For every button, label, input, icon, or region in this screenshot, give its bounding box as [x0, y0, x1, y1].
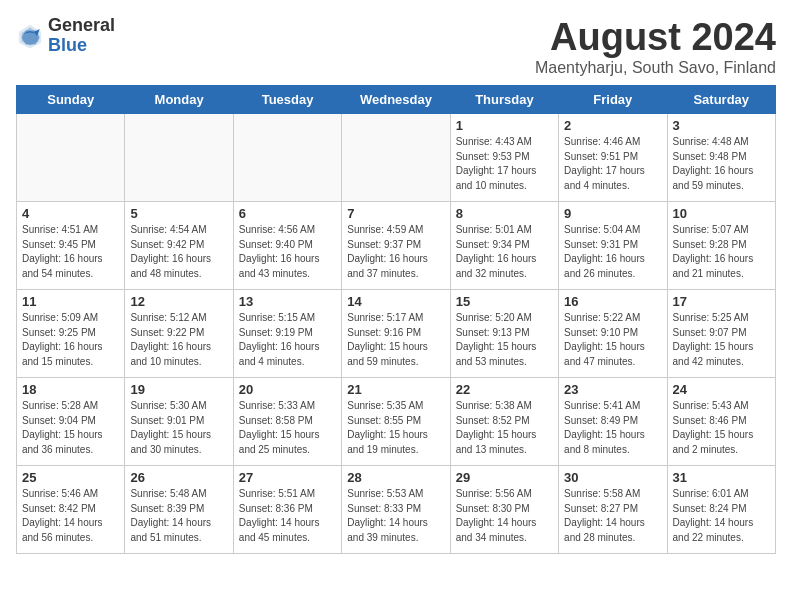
calendar-table: SundayMondayTuesdayWednesdayThursdayFrid…: [16, 85, 776, 554]
day-number: 15: [456, 294, 553, 309]
day-info: Sunrise: 5:51 AM Sunset: 8:36 PM Dayligh…: [239, 487, 336, 545]
day-cell: 30Sunrise: 5:58 AM Sunset: 8:27 PM Dayli…: [559, 466, 667, 554]
day-cell: 31Sunrise: 6:01 AM Sunset: 8:24 PM Dayli…: [667, 466, 775, 554]
day-info: Sunrise: 5:07 AM Sunset: 9:28 PM Dayligh…: [673, 223, 770, 281]
day-cell: [233, 114, 341, 202]
day-number: 23: [564, 382, 661, 397]
day-number: 11: [22, 294, 119, 309]
day-cell: 28Sunrise: 5:53 AM Sunset: 8:33 PM Dayli…: [342, 466, 450, 554]
day-cell: 15Sunrise: 5:20 AM Sunset: 9:13 PM Dayli…: [450, 290, 558, 378]
day-cell: 6Sunrise: 4:56 AM Sunset: 9:40 PM Daylig…: [233, 202, 341, 290]
day-number: 25: [22, 470, 119, 485]
day-cell: 4Sunrise: 4:51 AM Sunset: 9:45 PM Daylig…: [17, 202, 125, 290]
day-number: 10: [673, 206, 770, 221]
day-number: 12: [130, 294, 227, 309]
day-number: 17: [673, 294, 770, 309]
day-info: Sunrise: 5:33 AM Sunset: 8:58 PM Dayligh…: [239, 399, 336, 457]
day-number: 4: [22, 206, 119, 221]
day-info: Sunrise: 4:59 AM Sunset: 9:37 PM Dayligh…: [347, 223, 444, 281]
day-info: Sunrise: 4:48 AM Sunset: 9:48 PM Dayligh…: [673, 135, 770, 193]
logo-general: General: [48, 16, 115, 36]
day-cell: [125, 114, 233, 202]
day-number: 19: [130, 382, 227, 397]
day-cell: 23Sunrise: 5:41 AM Sunset: 8:49 PM Dayli…: [559, 378, 667, 466]
day-number: 14: [347, 294, 444, 309]
day-cell: 7Sunrise: 4:59 AM Sunset: 9:37 PM Daylig…: [342, 202, 450, 290]
day-cell: 3Sunrise: 4:48 AM Sunset: 9:48 PM Daylig…: [667, 114, 775, 202]
day-info: Sunrise: 5:28 AM Sunset: 9:04 PM Dayligh…: [22, 399, 119, 457]
day-cell: 9Sunrise: 5:04 AM Sunset: 9:31 PM Daylig…: [559, 202, 667, 290]
day-number: 16: [564, 294, 661, 309]
day-cell: 20Sunrise: 5:33 AM Sunset: 8:58 PM Dayli…: [233, 378, 341, 466]
day-cell: 10Sunrise: 5:07 AM Sunset: 9:28 PM Dayli…: [667, 202, 775, 290]
day-number: 24: [673, 382, 770, 397]
day-cell: 8Sunrise: 5:01 AM Sunset: 9:34 PM Daylig…: [450, 202, 558, 290]
day-cell: 11Sunrise: 5:09 AM Sunset: 9:25 PM Dayli…: [17, 290, 125, 378]
calendar-subtitle: Maentyharju, South Savo, Finland: [535, 59, 776, 77]
col-header-tuesday: Tuesday: [233, 86, 341, 114]
col-header-monday: Monday: [125, 86, 233, 114]
header-row: SundayMondayTuesdayWednesdayThursdayFrid…: [17, 86, 776, 114]
day-info: Sunrise: 5:17 AM Sunset: 9:16 PM Dayligh…: [347, 311, 444, 369]
day-info: Sunrise: 5:20 AM Sunset: 9:13 PM Dayligh…: [456, 311, 553, 369]
day-info: Sunrise: 5:56 AM Sunset: 8:30 PM Dayligh…: [456, 487, 553, 545]
day-cell: [342, 114, 450, 202]
day-cell: 27Sunrise: 5:51 AM Sunset: 8:36 PM Dayli…: [233, 466, 341, 554]
day-info: Sunrise: 5:15 AM Sunset: 9:19 PM Dayligh…: [239, 311, 336, 369]
day-info: Sunrise: 5:30 AM Sunset: 9:01 PM Dayligh…: [130, 399, 227, 457]
day-info: Sunrise: 4:51 AM Sunset: 9:45 PM Dayligh…: [22, 223, 119, 281]
day-cell: 16Sunrise: 5:22 AM Sunset: 9:10 PM Dayli…: [559, 290, 667, 378]
day-number: 28: [347, 470, 444, 485]
day-cell: 19Sunrise: 5:30 AM Sunset: 9:01 PM Dayli…: [125, 378, 233, 466]
day-cell: 24Sunrise: 5:43 AM Sunset: 8:46 PM Dayli…: [667, 378, 775, 466]
day-info: Sunrise: 5:12 AM Sunset: 9:22 PM Dayligh…: [130, 311, 227, 369]
day-number: 26: [130, 470, 227, 485]
day-cell: 29Sunrise: 5:56 AM Sunset: 8:30 PM Dayli…: [450, 466, 558, 554]
day-number: 6: [239, 206, 336, 221]
day-info: Sunrise: 5:04 AM Sunset: 9:31 PM Dayligh…: [564, 223, 661, 281]
day-number: 13: [239, 294, 336, 309]
col-header-saturday: Saturday: [667, 86, 775, 114]
day-number: 3: [673, 118, 770, 133]
day-info: Sunrise: 5:41 AM Sunset: 8:49 PM Dayligh…: [564, 399, 661, 457]
col-header-sunday: Sunday: [17, 86, 125, 114]
day-number: 31: [673, 470, 770, 485]
calendar-title: August 2024: [535, 16, 776, 59]
day-number: 18: [22, 382, 119, 397]
day-info: Sunrise: 5:22 AM Sunset: 9:10 PM Dayligh…: [564, 311, 661, 369]
day-number: 20: [239, 382, 336, 397]
day-info: Sunrise: 5:46 AM Sunset: 8:42 PM Dayligh…: [22, 487, 119, 545]
day-cell: [17, 114, 125, 202]
day-cell: 14Sunrise: 5:17 AM Sunset: 9:16 PM Dayli…: [342, 290, 450, 378]
day-cell: 2Sunrise: 4:46 AM Sunset: 9:51 PM Daylig…: [559, 114, 667, 202]
day-number: 8: [456, 206, 553, 221]
week-row-1: 1Sunrise: 4:43 AM Sunset: 9:53 PM Daylig…: [17, 114, 776, 202]
logo-blue-text: Blue: [48, 36, 115, 56]
day-number: 27: [239, 470, 336, 485]
day-cell: 21Sunrise: 5:35 AM Sunset: 8:55 PM Dayli…: [342, 378, 450, 466]
day-cell: 26Sunrise: 5:48 AM Sunset: 8:39 PM Dayli…: [125, 466, 233, 554]
week-row-2: 4Sunrise: 4:51 AM Sunset: 9:45 PM Daylig…: [17, 202, 776, 290]
day-cell: 17Sunrise: 5:25 AM Sunset: 9:07 PM Dayli…: [667, 290, 775, 378]
day-number: 29: [456, 470, 553, 485]
day-info: Sunrise: 4:43 AM Sunset: 9:53 PM Dayligh…: [456, 135, 553, 193]
logo-text: General Blue: [48, 16, 115, 56]
day-info: Sunrise: 5:43 AM Sunset: 8:46 PM Dayligh…: [673, 399, 770, 457]
day-info: Sunrise: 4:54 AM Sunset: 9:42 PM Dayligh…: [130, 223, 227, 281]
header: General Blue August 2024 Maentyharju, So…: [16, 16, 776, 77]
day-info: Sunrise: 5:48 AM Sunset: 8:39 PM Dayligh…: [130, 487, 227, 545]
day-number: 21: [347, 382, 444, 397]
week-row-5: 25Sunrise: 5:46 AM Sunset: 8:42 PM Dayli…: [17, 466, 776, 554]
col-header-friday: Friday: [559, 86, 667, 114]
day-number: 5: [130, 206, 227, 221]
day-info: Sunrise: 5:09 AM Sunset: 9:25 PM Dayligh…: [22, 311, 119, 369]
day-info: Sunrise: 5:53 AM Sunset: 8:33 PM Dayligh…: [347, 487, 444, 545]
day-info: Sunrise: 5:01 AM Sunset: 9:34 PM Dayligh…: [456, 223, 553, 281]
day-number: 9: [564, 206, 661, 221]
title-area: August 2024 Maentyharju, South Savo, Fin…: [535, 16, 776, 77]
week-row-3: 11Sunrise: 5:09 AM Sunset: 9:25 PM Dayli…: [17, 290, 776, 378]
day-number: 22: [456, 382, 553, 397]
day-cell: 25Sunrise: 5:46 AM Sunset: 8:42 PM Dayli…: [17, 466, 125, 554]
day-cell: 13Sunrise: 5:15 AM Sunset: 9:19 PM Dayli…: [233, 290, 341, 378]
day-cell: 1Sunrise: 4:43 AM Sunset: 9:53 PM Daylig…: [450, 114, 558, 202]
